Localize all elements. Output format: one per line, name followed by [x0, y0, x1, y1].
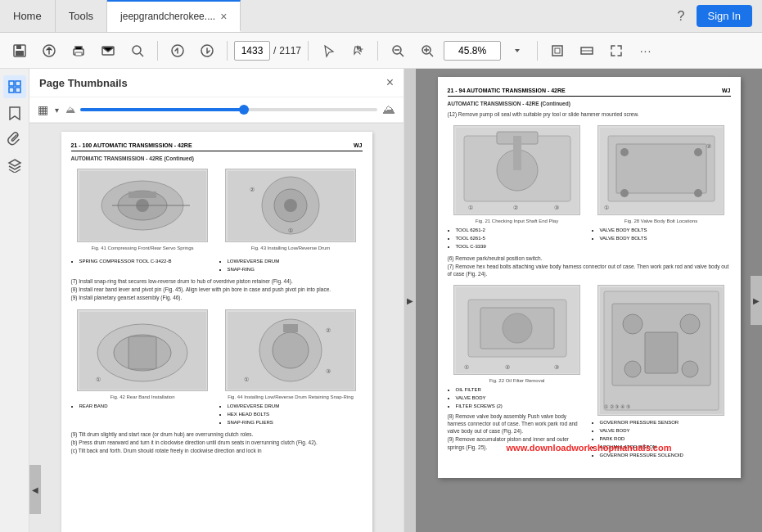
- fig-right-label-1: GOVERNOR PRESSURE SENSOR: [600, 419, 731, 426]
- svg-text:① ② ③ ④ ⑤: ① ② ③ ④ ⑤: [604, 404, 630, 409]
- fig43-labels: LOW/REVERSE DRUM SNAP-RING: [219, 258, 363, 273]
- fig44-labels: LOW/REVERSE DRUM HEX HEAD BOLTS SNAP-RIN…: [219, 403, 363, 426]
- fig28-labels: VALVE BODY BOLTS VALVE BODY BOLTS: [592, 227, 731, 242]
- fig41-caption: Fig. 41 Compressing Front/Rear Servo Spr…: [71, 246, 214, 252]
- right-viewer: 21 - 94 AUTOMATIC TRANSMISSION - 42RE WJ…: [416, 69, 762, 532]
- email-button[interactable]: [95, 38, 121, 64]
- svg-point-63: [620, 189, 629, 197]
- svg-rect-2: [16, 51, 24, 56]
- nav-right-area: ? Sign In: [665, 0, 762, 32]
- right-scroll-arrow[interactable]: ▶: [751, 276, 762, 325]
- right-arrow-icon: ▶: [407, 296, 413, 305]
- page-number-input[interactable]: [234, 41, 270, 61]
- fig44-caption: Fig. 44 Installing Low/Reverse Drum Reta…: [219, 394, 363, 401]
- panel-close-button[interactable]: ×: [386, 75, 394, 90]
- slider-track[interactable]: [80, 108, 377, 111]
- zoom-input[interactable]: [444, 41, 501, 61]
- step8-text: (8) Install rear band lever and pivot pi…: [71, 286, 363, 293]
- next-page-button[interactable]: [194, 38, 220, 64]
- svg-text:②: ②: [513, 205, 518, 210]
- step6-text: (6) Remove park/neutral position switch.: [448, 255, 731, 262]
- help-icon: ?: [678, 9, 685, 23]
- fig-right-label-2: VALVE BODY: [600, 427, 731, 435]
- svg-line-13: [400, 53, 404, 56]
- sidebar-attachment-button[interactable]: [3, 128, 26, 151]
- step7-right-text: (7) Remove hex head bolts attaching valv…: [448, 263, 731, 277]
- search-button[interactable]: [124, 38, 151, 64]
- svg-point-7: [133, 46, 141, 54]
- full-screen-button[interactable]: [603, 38, 629, 64]
- home-tab[interactable]: Home: [0, 0, 56, 32]
- fig41-image: [77, 169, 208, 242]
- left-header-text: 21 - 100 AUTOMATIC TRANSMISSION - 42RE: [71, 142, 192, 149]
- fig21-label-1: TOOL 6261-2: [456, 227, 587, 234]
- fig28-label-2: VALVE BODY BOLTS: [600, 235, 731, 242]
- upload-button[interactable]: [36, 38, 62, 64]
- fig28-caption: Fig. 28 Valve Body Bolt Locations: [592, 219, 731, 225]
- svg-rect-54: [513, 136, 521, 170]
- panel-area: Page Thumbnails × ▦ ▾ ⛰ ⛰ 2: [29, 69, 404, 532]
- left-header-wj: WJ: [354, 142, 363, 149]
- separator-5: [537, 41, 538, 61]
- fig44-label-3: SNAP-RING PLIERS: [228, 419, 363, 426]
- grid-dropdown-button[interactable]: ▾: [55, 106, 59, 115]
- svg-point-45: [273, 332, 309, 368]
- grid-view-button[interactable]: ▦: [38, 103, 48, 116]
- document-tab-label: jeepgrandcherokee....: [120, 11, 215, 22]
- svg-rect-41: [129, 336, 156, 369]
- toolbar: / 2117 ···: [0, 33, 762, 69]
- document-tab[interactable]: jeepgrandcherokee.... ×: [107, 0, 241, 32]
- svg-text:①: ①: [96, 376, 101, 382]
- tools-tab[interactable]: Tools: [56, 0, 107, 32]
- sign-in-button[interactable]: Sign In: [697, 5, 752, 27]
- prev-page-button[interactable]: [165, 38, 191, 64]
- fig43-caption: Fig. 43 Installing Low/Reverse Drum: [219, 246, 363, 252]
- svg-text:②: ②: [505, 364, 510, 370]
- fig22-label-3: FILTER SCREWS (2): [456, 403, 587, 410]
- print-button[interactable]: [65, 38, 92, 64]
- fit-width-button[interactable]: [574, 38, 600, 64]
- middle-scroll-right[interactable]: ▶: [404, 69, 416, 532]
- sidebar-thumbnails-button[interactable]: [3, 75, 26, 98]
- more-tools-button[interactable]: ···: [633, 38, 659, 64]
- separator-2: [227, 41, 228, 61]
- zoom-out-button[interactable]: [385, 38, 411, 64]
- slider-thumb[interactable]: [239, 105, 249, 115]
- left-scroll-arrow[interactable]: ◀: [29, 465, 41, 514]
- right-subheader: AUTOMATIC TRANSMISSION - 42RE (Continued…: [448, 100, 731, 107]
- fig22-image: ① ② ③: [453, 285, 580, 375]
- main-area: Page Thumbnails × ▦ ▾ ⛰ ⛰ 2: [0, 69, 762, 532]
- svg-text:③: ③: [326, 368, 331, 374]
- fig22-label-2: VALVE BODY: [456, 394, 587, 402]
- fig41-labels: SPRING COMPRESSOR TOOL C-3422-B: [71, 258, 214, 265]
- svg-point-61: [620, 148, 629, 156]
- right-header-wj: WJ: [722, 87, 731, 94]
- cursor-tool-button[interactable]: [315, 38, 341, 64]
- save-button[interactable]: [7, 38, 33, 64]
- fig-right-labels: GOVERNOR PRESSURE SENSOR VALVE BODY PARK…: [592, 419, 731, 459]
- fig-right-image: ① ② ③ ④ ⑤: [597, 285, 724, 416]
- fig43-image: ① ②: [225, 169, 356, 242]
- home-tab-label: Home: [13, 10, 42, 22]
- help-button[interactable]: ?: [674, 6, 688, 27]
- fit-page-button[interactable]: [544, 38, 570, 64]
- sidebar-bookmark-button[interactable]: [3, 101, 26, 124]
- zoom-in-button[interactable]: [414, 38, 440, 64]
- svg-text:①: ①: [464, 364, 469, 370]
- left-page-header: 21 - 100 AUTOMATIC TRANSMISSION - 42RE W…: [71, 142, 363, 151]
- tilt-step: (9) Tilt drum slightly and start race (o…: [71, 431, 363, 438]
- slider-min-icon: ⛰: [65, 104, 75, 115]
- sidebar-layers-button[interactable]: [3, 154, 26, 177]
- fig44-label-2: HEX HEAD BOLTS: [228, 411, 363, 418]
- fig42-caption: Fig. 42 Rear Band Installation: [71, 394, 214, 401]
- pan-tool-button[interactable]: [345, 38, 371, 64]
- slider-max-icon: ⛰: [382, 102, 395, 117]
- svg-text:③: ③: [554, 205, 559, 210]
- tools-tab-label: Tools: [69, 10, 93, 22]
- zoom-dropdown-button[interactable]: [504, 38, 530, 64]
- right-outer-arrow-icon: ▶: [753, 296, 760, 305]
- left-document-page: 21 - 100 AUTOMATIC TRANSMISSION - 42RE W…: [61, 132, 372, 532]
- close-tab-button[interactable]: ×: [220, 11, 227, 22]
- svg-line-8: [140, 53, 143, 56]
- page-separator: /: [273, 45, 276, 56]
